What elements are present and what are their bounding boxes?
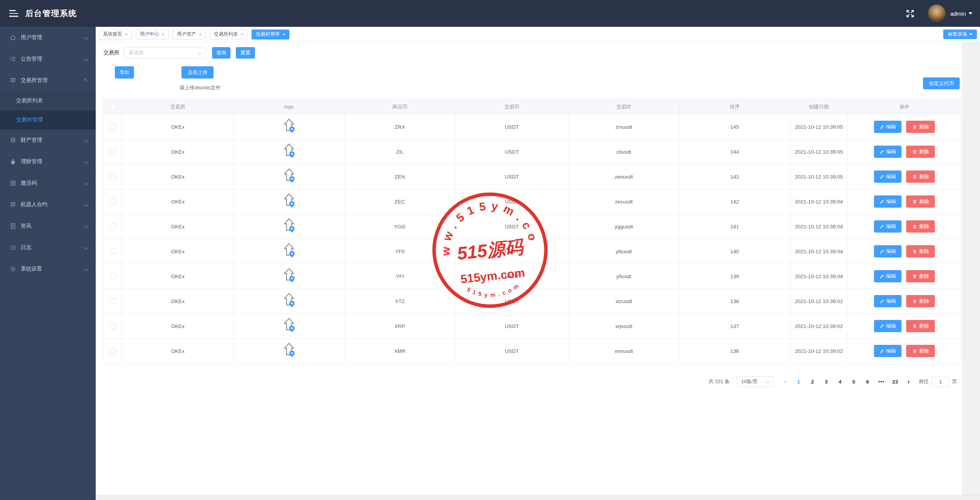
tab-close-icon[interactable]: × bbox=[282, 32, 285, 37]
tag-options-button[interactable]: 标签选项 bbox=[943, 30, 977, 39]
delete-button[interactable]: 删除 bbox=[906, 320, 935, 332]
table-row: OKEx ZRX USDT zrxusdt 145 2021-10-12 10:… bbox=[104, 115, 961, 139]
tab-close-icon[interactable]: × bbox=[199, 32, 202, 37]
page-size-select[interactable]: 10条/页 bbox=[737, 376, 774, 387]
tab-item[interactable]: 交易对管理 × bbox=[252, 30, 289, 39]
cell-pair: yfiusdt bbox=[568, 264, 679, 289]
edit-button[interactable]: 编辑 bbox=[874, 345, 902, 357]
delete-button[interactable]: 删除 bbox=[906, 345, 935, 357]
page-number[interactable]: 5 bbox=[848, 379, 859, 385]
upload-button[interactable]: 点击上传 bbox=[181, 66, 214, 79]
sidebar-item[interactable]: 资讯 bbox=[0, 215, 96, 237]
delete-button[interactable]: 删除 bbox=[906, 170, 935, 183]
row-checkbox[interactable] bbox=[110, 323, 116, 329]
cell-exchange: OKEx bbox=[122, 314, 234, 339]
delete-button-label: 删除 bbox=[919, 248, 929, 255]
row-checkbox[interactable] bbox=[110, 124, 116, 130]
goto-page-input[interactable]: 1 bbox=[932, 376, 949, 387]
sidebar-item[interactable]: 激活码 bbox=[0, 172, 96, 194]
more-pages-icon[interactable]: ••• bbox=[875, 379, 887, 384]
delete-button[interactable]: 删除 bbox=[906, 195, 935, 208]
sidebar-item[interactable]: 用户管理 bbox=[0, 27, 96, 48]
edit-button[interactable]: 编辑 bbox=[874, 270, 902, 282]
edit-button[interactable]: 编辑 bbox=[874, 220, 902, 233]
delete-button[interactable]: 删除 bbox=[906, 270, 935, 282]
edit-button[interactable]: 编辑 bbox=[874, 170, 902, 183]
row-checkbox[interactable] bbox=[110, 149, 116, 155]
page-number[interactable]: 23 bbox=[889, 379, 901, 385]
delete-button-label: 删除 bbox=[919, 323, 929, 330]
delete-button[interactable]: 删除 bbox=[906, 245, 935, 257]
tab-item[interactable]: 交易所列表 × bbox=[210, 30, 248, 39]
select-all-checkbox[interactable] bbox=[110, 104, 116, 110]
sidebar-item[interactable]: 财产管理 bbox=[0, 130, 96, 151]
tab-close-icon[interactable]: × bbox=[240, 32, 243, 37]
coins-icon bbox=[10, 137, 16, 144]
row-checkbox[interactable] bbox=[110, 223, 116, 230]
sidebar-subitem[interactable]: 交易所列表 bbox=[0, 91, 96, 110]
edit-button[interactable]: 编辑 bbox=[874, 146, 902, 158]
pencil-icon bbox=[879, 299, 884, 304]
row-checkbox[interactable] bbox=[110, 348, 116, 354]
cell-quote: USDT bbox=[456, 339, 568, 364]
delete-button[interactable]: 删除 bbox=[906, 295, 935, 307]
sidebar-item[interactable]: 交易所管理 bbox=[0, 70, 96, 91]
cell-exchange: OKEx bbox=[122, 115, 234, 139]
next-page-button[interactable]: › bbox=[905, 378, 912, 385]
page-number[interactable]: 1 bbox=[793, 379, 804, 385]
menu-toggle-icon[interactable] bbox=[9, 10, 18, 17]
sidebar-item[interactable]: 系统设置 bbox=[0, 258, 96, 280]
delete-button[interactable]: 删除 bbox=[906, 146, 935, 158]
edit-button[interactable]: 编辑 bbox=[874, 245, 902, 257]
sidebar-subitem[interactable]: 交易对管理 bbox=[0, 110, 96, 130]
edit-button[interactable]: 编辑 bbox=[874, 121, 902, 133]
custom-token-button[interactable]: 自定义代币 bbox=[923, 77, 960, 89]
toolbar-row: 导出 点击上传 bbox=[103, 66, 962, 79]
row-checkbox[interactable] bbox=[110, 273, 116, 279]
delete-button[interactable]: 删除 bbox=[906, 220, 935, 233]
row-checkbox[interactable] bbox=[110, 198, 116, 205]
sidebar-item-label: 激活码 bbox=[21, 180, 37, 187]
tab-item[interactable]: 用户资产 × bbox=[173, 30, 206, 39]
row-checkbox[interactable] bbox=[110, 248, 116, 254]
chevron-icon bbox=[84, 159, 89, 164]
table-row: OKEx ZEC USDT zecusdt 142 2021-10-12 10:… bbox=[104, 189, 961, 214]
page-number[interactable]: 6 bbox=[862, 379, 873, 385]
delete-button[interactable]: 删除 bbox=[906, 121, 935, 133]
user-dropdown-caret-icon[interactable] bbox=[969, 12, 972, 15]
prev-page-button[interactable]: ‹ bbox=[782, 378, 789, 385]
sidebar-item[interactable]: 理财管理 bbox=[0, 151, 96, 172]
sidebar-item[interactable]: 公告管理 bbox=[0, 48, 96, 70]
reset-button[interactable]: 重置 bbox=[236, 47, 255, 59]
trash-icon bbox=[912, 324, 917, 329]
exchange-select[interactable]: 请选择 bbox=[124, 47, 206, 59]
edit-button[interactable]: 编辑 bbox=[874, 295, 902, 307]
sidebar-item[interactable]: 日志 bbox=[0, 237, 96, 258]
cell-date: 2021-10-12 10:39:04 bbox=[790, 264, 848, 289]
edit-button[interactable]: 编辑 bbox=[874, 195, 902, 208]
edit-button[interactable]: 编辑 bbox=[874, 320, 902, 332]
page-number[interactable]: 2 bbox=[807, 379, 818, 385]
username[interactable]: admin bbox=[950, 10, 966, 17]
filter-row: 交易所 请选择 查询 重置 bbox=[103, 47, 962, 59]
sidebar-item[interactable]: 机器人合约 bbox=[0, 194, 96, 215]
edit-button-label: 编辑 bbox=[886, 323, 896, 330]
search-button[interactable]: 查询 bbox=[212, 47, 230, 59]
cell-quote: USDT bbox=[456, 264, 568, 289]
export-button[interactable]: 导出 bbox=[115, 66, 134, 79]
horizontal-scrollbar[interactable] bbox=[96, 495, 980, 500]
cell-exchange: OKEx bbox=[122, 264, 234, 289]
fullscreen-icon[interactable] bbox=[905, 9, 915, 18]
tab-close-icon[interactable]: × bbox=[162, 32, 165, 37]
tab-close-icon[interactable]: × bbox=[125, 32, 128, 37]
page-number[interactable]: 3 bbox=[820, 379, 832, 385]
trash-icon bbox=[912, 299, 917, 304]
tab-item[interactable]: 系统首页 × bbox=[99, 30, 132, 39]
row-checkbox[interactable] bbox=[110, 298, 116, 304]
row-checkbox[interactable] bbox=[110, 174, 116, 180]
cell-date: 2021-10-12 10:39:04 bbox=[790, 239, 848, 264]
cell-sort: 138 bbox=[679, 289, 790, 314]
page-number[interactable]: 4 bbox=[834, 379, 846, 385]
avatar[interactable] bbox=[928, 5, 946, 22]
tab-item[interactable]: 用户中心 × bbox=[136, 30, 169, 39]
